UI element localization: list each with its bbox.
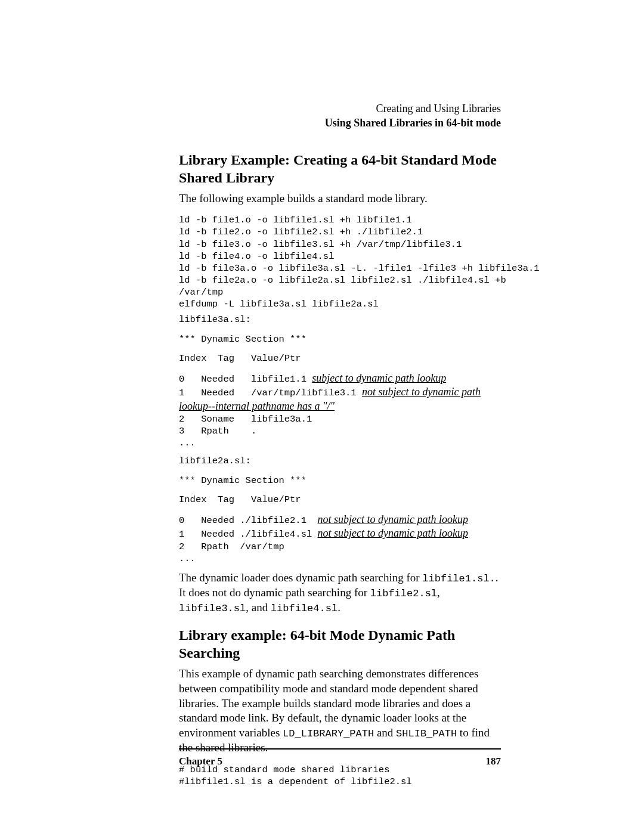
dyn-section-a: *** Dynamic Section ***: [179, 333, 501, 345]
a-rest: 2 Soname libfile3a.1 3 Rpath . ...: [179, 413, 501, 449]
running-head: Creating and Using Libraries Using Share…: [179, 101, 501, 131]
section1-title: Library Example: Creating a 64-bit Stand…: [179, 151, 501, 187]
code-block-ld: ld -b file1.o -o libfile1.sl +h libfile1…: [179, 214, 501, 310]
file2a-header: libfile2a.sl:: [179, 455, 501, 467]
page-footer: Chapter 5 187: [179, 750, 501, 767]
a-row1-annot: not subject to dynamic path: [362, 386, 481, 398]
b-row1: 1 Needed ./libfile4.sl not subject to dy…: [179, 527, 501, 540]
section1-after-para: The dynamic loader does dynamic path sea…: [179, 571, 501, 615]
p1-end: .: [338, 601, 340, 614]
a-row1-annot2: lookup--internal pathname has a "/": [179, 400, 335, 412]
b-row1-pre: 1 Needed ./libfile4.sl: [179, 529, 318, 540]
footer-area: Chapter 5 187: [179, 729, 501, 767]
b-rest: 2 Rpath /var/tmp ...: [179, 541, 501, 565]
b-row1-annot: not subject to dynamic path lookup: [318, 527, 468, 539]
p1-m3: libfile3.sl: [179, 603, 246, 614]
dump-block-b: libfile2a.sl: *** Dynamic Section *** In…: [179, 455, 501, 564]
b-row0-annot: not subject to dynamic path lookup: [318, 513, 468, 525]
a-row1-pre: 1 Needed /var/tmp/libfile3.1: [179, 388, 362, 398]
file3a-header: libfile3a.sl:: [179, 314, 501, 326]
p1-m4: libfile4.sl: [271, 603, 338, 614]
running-head-line2: Using Shared Libraries in 64-bit mode: [179, 116, 501, 130]
index-header-a: Index Tag Value/Ptr: [179, 352, 501, 364]
footer-pagenum: 187: [486, 755, 501, 767]
section2-title: Library example: 64-bit Mode Dynamic Pat…: [179, 626, 501, 662]
a-row1: 1 Needed /var/tmp/libfile3.1 not subject…: [179, 385, 501, 399]
p1-m2: libfile2.sl: [370, 588, 437, 599]
p1-mid2: , and: [246, 601, 271, 614]
a-row0-pre: 0 Needed libfile1.1: [179, 374, 312, 385]
p1-pre: The dynamic loader does dynamic path sea…: [179, 571, 422, 584]
section1-intro: The following example builds a standard …: [179, 191, 501, 206]
index-header-b: Index Tag Value/Ptr: [179, 494, 501, 506]
dump-block-a: libfile3a.sl: *** Dynamic Section *** In…: [179, 314, 501, 449]
b-row0-pre: 0 Needed ./libfile2.1: [179, 515, 318, 526]
a-row0: 0 Needed libfile1.1 subject to dynamic p…: [179, 371, 501, 385]
a-row1b: lookup--internal pathname has a "/": [179, 400, 501, 413]
p1-m1: libfile1.sl.: [422, 573, 495, 584]
a-row0-annot: subject to dynamic path lookup: [312, 372, 446, 384]
footer-chapter: Chapter 5: [179, 755, 222, 767]
running-head-line1: Creating and Using Libraries: [179, 101, 501, 116]
p1-sep: ,: [437, 586, 440, 599]
page: Creating and Using Libraries Using Share…: [0, 0, 644, 833]
b-row0: 0 Needed ./libfile2.1 not subject to dyn…: [179, 513, 501, 527]
dyn-section-b: *** Dynamic Section ***: [179, 475, 501, 487]
